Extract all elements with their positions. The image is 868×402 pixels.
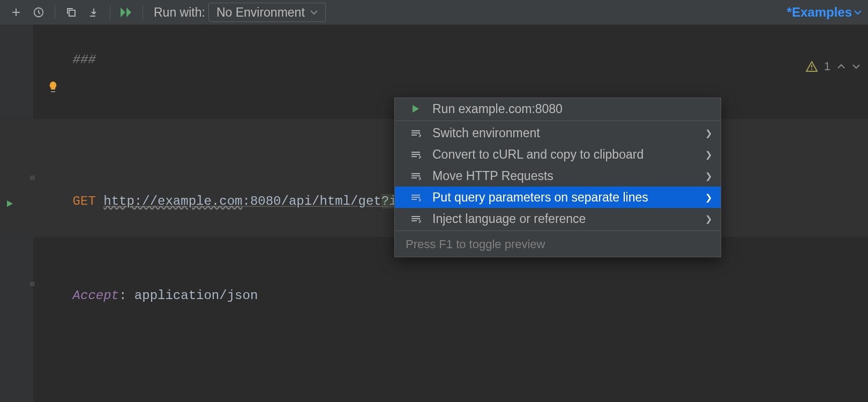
toolbar-separator	[143, 5, 143, 19]
chevron-down-icon	[310, 10, 318, 15]
menu-item-label: Inject language or reference	[432, 212, 694, 226]
header-value: application/json	[134, 288, 258, 303]
import-icon[interactable]	[84, 3, 103, 22]
menu-hint: Press F1 to toggle preview	[395, 232, 721, 257]
submenu-arrow-icon: ❯	[705, 150, 712, 160]
header-name: Accept	[73, 288, 119, 303]
toolbar: Run with: No Environment *Examples	[0, 0, 868, 25]
svg-rect-1	[69, 10, 75, 16]
intention-bulb-icon[interactable]	[47, 80, 59, 94]
fold-icon[interactable]: ⊟	[30, 280, 34, 288]
intention-icon	[410, 129, 422, 137]
play-icon	[410, 104, 422, 114]
submenu-arrow-icon: ❯	[705, 128, 712, 138]
menu-item-label: Switch environment	[432, 126, 694, 140]
submenu-arrow-icon: ❯	[705, 214, 712, 224]
intention-icon	[410, 172, 422, 180]
menu-item-convert-curl[interactable]: Convert to cURL and copy to clipboard ❯	[395, 144, 721, 165]
intention-icon	[410, 214, 422, 223]
submenu-arrow-icon: ❯	[705, 171, 712, 181]
examples-link[interactable]: *Examples	[787, 5, 852, 20]
environment-selected-value: No Environment	[216, 5, 305, 20]
toolbar-separator	[55, 5, 55, 19]
intention-icon	[410, 150, 422, 159]
menu-item-run[interactable]: Run example.com:8080	[395, 98, 721, 120]
intention-icon	[410, 193, 422, 202]
intention-menu: Run example.com:8080 Switch environment …	[394, 98, 721, 257]
add-icon[interactable]	[6, 3, 26, 22]
menu-item-move-requests[interactable]: Move HTTP Requests ❯	[395, 165, 721, 187]
run-gutter-icon[interactable]	[4, 198, 15, 209]
menu-separator	[395, 230, 721, 231]
menu-item-label: Convert to cURL and copy to clipboard	[432, 147, 694, 162]
menu-separator	[395, 121, 721, 121]
menu-item-label: Move HTTP Requests	[432, 169, 694, 183]
menu-item-put-params-separate[interactable]: Put query parameters on separate lines ❯	[395, 187, 721, 208]
fold-icon[interactable]: ⊟	[30, 174, 34, 182]
code-line[interactable]: ###	[0, 25, 868, 95]
copy-icon[interactable]	[62, 3, 81, 22]
environment-select[interactable]: No Environment	[208, 3, 326, 22]
history-icon[interactable]	[29, 3, 48, 22]
chevron-down-icon[interactable]	[854, 10, 862, 15]
run-with-label: Run with:	[154, 5, 205, 20]
submenu-arrow-icon: ❯	[705, 192, 712, 203]
svg-rect-3	[51, 91, 55, 92]
toolbar-separator	[110, 5, 110, 19]
menu-item-inject-language[interactable]: Inject language or reference ❯	[395, 208, 721, 229]
run-all-icon[interactable]	[117, 3, 136, 22]
request-separator: ###	[73, 53, 96, 67]
menu-item-label: Put query parameters on separate lines	[432, 190, 694, 205]
menu-item-switch-environment[interactable]: Switch environment ❯	[395, 122, 721, 144]
http-method: GET	[73, 194, 96, 209]
menu-item-label: Run example.com:8080	[432, 102, 712, 116]
